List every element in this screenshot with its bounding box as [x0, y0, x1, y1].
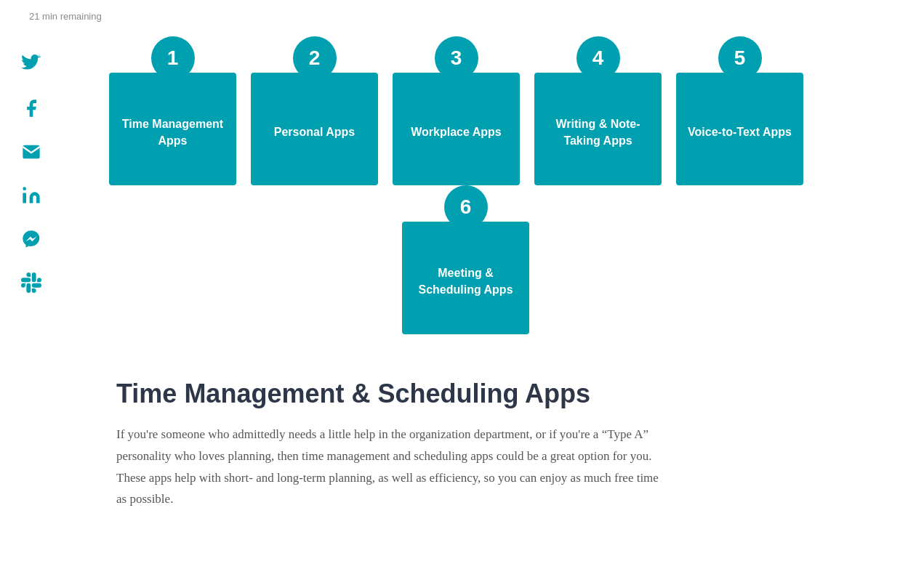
- card-6-number[interactable]: 6: [444, 185, 488, 229]
- card-3-label: Workplace Apps: [411, 124, 501, 140]
- card-2-wrapper: 2 Personal Apps: [251, 36, 378, 185]
- messenger-icon[interactable]: [17, 225, 45, 253]
- article-section: Time Management & Scheduling Apps If you…: [116, 378, 669, 510]
- card-1-label: Time Management Apps: [120, 116, 225, 149]
- article-body: If you're someone who admittedly needs a…: [116, 424, 669, 510]
- sidebar: [0, 36, 62, 296]
- card-1-box[interactable]: Time Management Apps: [109, 73, 236, 185]
- card-5-box[interactable]: Voice-to-Text Apps: [676, 73, 803, 185]
- cards-row-1: 1 Time Management Apps 2 Personal Apps 3…: [109, 36, 902, 185]
- cards-section: 1 Time Management Apps 2 Personal Apps 3…: [109, 36, 902, 334]
- card-5-label: Voice-to-Text Apps: [688, 124, 792, 140]
- card-4-wrapper: 4 Writing & Note-Taking Apps: [534, 36, 662, 185]
- card-6-label: Meeting & Scheduling Apps: [413, 265, 518, 298]
- svg-point-0: [23, 187, 26, 190]
- email-icon[interactable]: [17, 138, 45, 166]
- card-3-number[interactable]: 3: [435, 36, 478, 80]
- card-4-box[interactable]: Writing & Note-Taking Apps: [534, 73, 662, 185]
- card-2-box[interactable]: Personal Apps: [251, 73, 378, 185]
- card-1-number[interactable]: 1: [151, 36, 195, 80]
- card-1-wrapper: 1 Time Management Apps: [109, 36, 236, 185]
- card-3-box[interactable]: Workplace Apps: [393, 73, 520, 185]
- main-content: 1 Time Management Apps 2 Personal Apps 3…: [65, 0, 924, 539]
- article-title: Time Management & Scheduling Apps: [116, 378, 669, 409]
- card-5-wrapper: 5 Voice-to-Text Apps: [676, 36, 803, 185]
- card-2-number[interactable]: 2: [293, 36, 337, 80]
- cards-row-2: 6 Meeting & Scheduling Apps: [109, 185, 902, 334]
- card-5-number[interactable]: 5: [718, 36, 762, 80]
- card-3-wrapper: 3 Workplace Apps: [393, 36, 520, 185]
- slack-icon[interactable]: [17, 269, 45, 296]
- twitter-icon[interactable]: [17, 51, 45, 78]
- card-6-box[interactable]: Meeting & Scheduling Apps: [402, 222, 529, 334]
- card-6-wrapper: 6 Meeting & Scheduling Apps: [402, 185, 529, 334]
- facebook-icon[interactable]: [17, 94, 45, 122]
- timer-label: 21 min remaining: [29, 11, 102, 22]
- card-2-label: Personal Apps: [274, 124, 355, 140]
- card-4-label: Writing & Note-Taking Apps: [545, 116, 651, 149]
- card-4-number[interactable]: 4: [577, 36, 620, 80]
- linkedin-icon[interactable]: [17, 182, 45, 209]
